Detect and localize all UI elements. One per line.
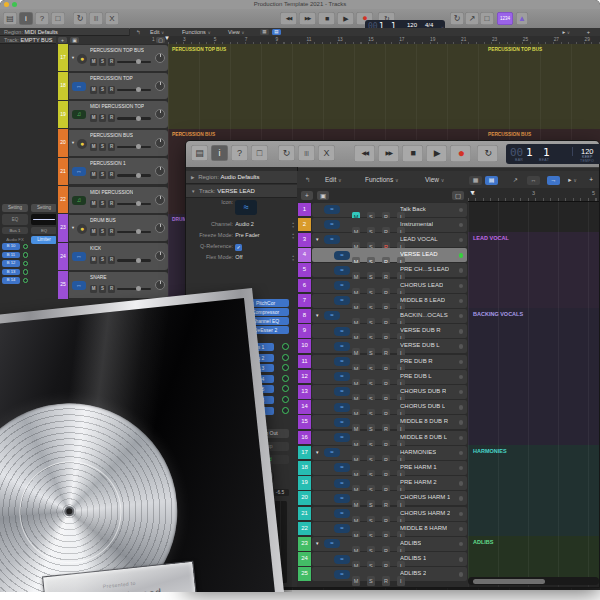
pencil-icon[interactable]: ↗ <box>465 12 479 25</box>
track-header[interactable]: ▼ ≈ M S R I PRE HARM 1 <box>312 461 467 475</box>
setting-button[interactable]: Setting <box>2 204 28 212</box>
track-number[interactable]: 16 <box>298 431 311 445</box>
rewind-button[interactable]: ◀◀ <box>280 12 297 25</box>
zoom-tool-icon[interactable]: + <box>587 28 590 36</box>
rewind-button[interactable]: ◀◀ <box>354 145 375 162</box>
track-header[interactable]: ▼ ≈ M S R I CHORUS HARM 1 <box>312 491 467 505</box>
mute-button[interactable]: M <box>352 576 360 586</box>
quick-help-icon[interactable]: ? <box>231 145 248 161</box>
record-enable-button[interactable]: R <box>108 200 115 208</box>
track-header-row[interactable]: 11 ▼ ≈ M S R I PRE DUB R <box>297 354 468 369</box>
track-name[interactable]: CHORUS DUB L <box>400 403 445 409</box>
list-icon[interactable]: □ <box>480 12 494 25</box>
pan-knob[interactable] <box>155 138 165 148</box>
disclosure-triangle-icon[interactable]: ▼ <box>315 237 319 242</box>
track-number[interactable]: 6 <box>298 279 311 293</box>
record-enable-button[interactable]: R <box>382 576 390 586</box>
eq-slot[interactable]: EQ <box>31 227 57 234</box>
track-name[interactable]: PERCUSSION BUS <box>90 133 133 138</box>
send-bus-label[interactable]: B 12 <box>2 260 20 267</box>
record-enable-button[interactable]: R <box>108 86 115 94</box>
scrollbar-thumb[interactable] <box>473 579 545 584</box>
track-name[interactable]: MIDI PERCUSSION TOP <box>90 104 144 109</box>
parameter-value[interactable]: Off <box>235 254 242 260</box>
track-header[interactable]: ▼ ↔ KICK M S R <box>69 243 168 269</box>
play-button[interactable]: ▶ <box>426 145 447 162</box>
track-header[interactable]: ▼ ≈ M S R I PRE DUB R <box>312 355 467 369</box>
track-header[interactable]: ▼ ≈ M S R I ADLIBS 1 <box>312 552 467 566</box>
solo-button[interactable]: S <box>367 576 375 586</box>
mute-button[interactable]: M <box>90 256 97 264</box>
bar-ruler[interactable]: 135 ▼ <box>468 188 599 202</box>
disclosure-right-icon[interactable]: ▶ <box>191 175 194 180</box>
track-number[interactable]: 20 <box>58 129 68 156</box>
track-header[interactable]: ▼ ≈ M S R I CHORUS HARM 2 <box>312 507 467 521</box>
track-name[interactable]: MIDDLE 8 DUB L <box>400 434 447 440</box>
stepper-icon[interactable]: ▴ ▾ <box>292 254 294 262</box>
track-header-config-button[interactable]: ▢ <box>452 191 464 200</box>
track-header-row[interactable]: 19 ▼ ♫ MIDI PERCUSSION TOP M S R <box>56 101 168 128</box>
track-header-row[interactable]: 9 ▼ ≈ M S R I VERSE DUB R <box>297 324 468 339</box>
stepper-icon[interactable]: ▴ ▾ <box>292 232 294 240</box>
output-slot[interactable]: Bus 1 <box>2 227 28 234</box>
track-header-row[interactable]: 25 ▼ ≈ M S R I ADLIBS 2 <box>297 567 468 582</box>
track-header[interactable]: ▼ ● PERCUSSION TOP BUS M S R <box>69 45 168 71</box>
track-header[interactable]: ▼ ♫ MIDI PERCUSSION TOP M S R <box>69 101 168 127</box>
track-number[interactable]: 2 <box>298 218 311 232</box>
stop-button[interactable]: ■ <box>318 12 335 25</box>
track-header[interactable]: ▼ ≈ M S R I ADLIBS 2 <box>312 567 467 581</box>
inspector-icon[interactable]: i <box>211 145 228 161</box>
track-name[interactable]: ADLIBS <box>400 540 421 546</box>
track-name[interactable]: VERSE LEAD <box>400 251 438 257</box>
track-name[interactable]: PERCUSSION TOP <box>90 76 133 81</box>
mute-button[interactable]: M <box>90 143 97 151</box>
volume-slider[interactable] <box>117 203 151 206</box>
grid-view-icon[interactable]: ▦ <box>260 29 269 35</box>
track-header-row[interactable]: 5 ▼ ≈ M S R I PRE CH...S LEAD <box>297 263 468 278</box>
track-header-row[interactable]: 1 ▼ ≈ M S R I Talk Back <box>297 202 468 217</box>
library-icon[interactable]: ▤ <box>3 12 17 25</box>
track-number[interactable]: 15 <box>298 415 311 429</box>
parameter-row[interactable]: Q-Reference: ✓ <box>189 243 294 254</box>
back-arrow-icon[interactable]: ↰ <box>136 28 141 36</box>
limiter-plugin-slot[interactable]: Limiter <box>31 236 57 244</box>
track-number[interactable]: 9 <box>298 324 311 338</box>
mute-button[interactable]: M <box>90 171 97 179</box>
track-header[interactable]: ▼ ≈ M S R I HARMONIES <box>312 446 467 460</box>
track-number[interactable]: 22 <box>58 186 68 213</box>
library-icon[interactable]: ▤ <box>191 145 208 161</box>
track-number[interactable]: 24 <box>58 243 68 270</box>
track-name[interactable]: PERCUSSION TOP BUS <box>90 48 144 53</box>
mute-button[interactable]: M <box>90 228 97 236</box>
cycle-mode-icon[interactable]: ↻ <box>278 145 295 161</box>
track-header-row[interactable]: 22 ▼ ≈ M S R I MIDDLE 8 HARM <box>297 521 468 536</box>
stepper-icon[interactable]: ▴ ▾ <box>292 221 294 229</box>
track-header[interactable]: ▼ ≈ M S R I VERSE DUB R <box>312 324 467 338</box>
quick-help-icon[interactable]: ? <box>35 12 49 25</box>
track-number[interactable]: 23 <box>58 214 68 241</box>
track-header-row[interactable]: 2 ▼ ≈ M S R I Instrumental <box>297 217 468 232</box>
track-number[interactable]: 21 <box>298 507 311 521</box>
track-header-row[interactable]: 18 ▼ ↔ PERCUSSION TOP M S R <box>56 72 168 99</box>
parameter-row[interactable]: Channel: Audio 2 ▴ ▾ <box>189 221 294 232</box>
edit-menu[interactable]: Edit ∨ <box>325 171 342 189</box>
toolbar-icon[interactable]: □ <box>251 145 268 161</box>
track-header-row[interactable]: 16 ▼ ≈ M S R I MIDDLE 8 DUB L <box>297 430 468 445</box>
solo-button[interactable]: S <box>99 200 106 208</box>
parameter-value[interactable]: Pre Fader <box>235 232 259 238</box>
track-header-row[interactable]: 17 ▼ ● PERCUSSION TOP BUS M S R <box>56 44 168 71</box>
track-header[interactable]: ▼ ≈ M S R I Instrumental <box>312 218 467 232</box>
zoom-tool-icon[interactable]: + <box>589 171 593 188</box>
track-header[interactable]: ▼ ● DRUM BUS M S R <box>69 215 168 241</box>
track-number[interactable]: 22 <box>298 522 311 536</box>
track-name[interactable]: CHORUS DUB R <box>400 388 446 394</box>
volume-slider[interactable] <box>117 89 151 92</box>
record-enable-button[interactable]: R <box>108 143 115 151</box>
track-header[interactable]: ▼ ≈ M S R I LEAD VOCAL <box>312 233 467 247</box>
track-number[interactable]: 4 <box>298 248 311 262</box>
track-header-row[interactable]: 19 ▼ ≈ M S R I PRE HARM 2 <box>297 476 468 491</box>
region-inspector-row[interactable]: Region: MIDI Defaults <box>0 28 129 36</box>
track-header[interactable]: ▼ ↔ PERCUSSION TOP M S R <box>69 73 168 99</box>
checkbox[interactable]: ✓ <box>235 244 242 251</box>
eq-graph-thumbnail[interactable] <box>31 214 57 225</box>
